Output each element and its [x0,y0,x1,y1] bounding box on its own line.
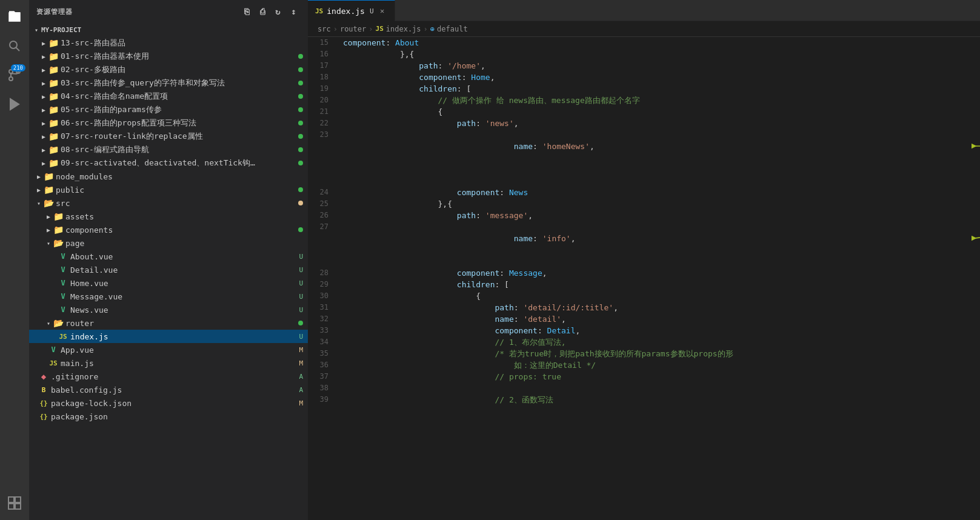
file-indexjs-label: index.js [70,332,299,341]
folder-05src-label: 05-src-路由的params传参 [61,104,298,115]
code-line-27: 27 name: 'info', [308,221,980,267]
folder-07src-badge [298,134,303,139]
line-num-17: 17 [308,60,338,72]
refresh-button[interactable]: ↻ [272,5,285,18]
vue-icon: V [58,252,68,261]
file-lockjson-status: M [299,399,303,407]
breadcrumb-src[interactable]: src [318,25,331,33]
folder-06src[interactable]: ▶ 📁 06-src-路由的props配置项三种写法 [29,116,308,130]
arrow-annotation-1 [901,129,980,167]
code-line-30: 30 { [308,290,980,302]
file-about[interactable]: V About.vue U [29,250,308,263]
breadcrumb-sep1: › [333,25,338,33]
file-news[interactable]: V News.vue U [29,303,308,316]
project-name: MY-PROJECT [41,26,308,34]
extensions-activity-icon[interactable] [0,491,29,520]
line-num-25: 25 [308,198,338,210]
folder-router-label: router [65,319,298,328]
tab-indexjs[interactable]: JS index.js U ✕ [308,0,395,21]
line-num-16: 16 [308,48,338,60]
folder-assets[interactable]: ▶ 📁 assets [29,210,308,223]
line-num-21: 21 [308,106,338,118]
folder-page[interactable]: ▾ 📂 page [29,236,308,250]
folder-src[interactable]: ▾ 📂 src [29,196,308,210]
folder-03src[interactable]: ▶ 📁 03-src-路由传参_query的字符串和对象写法 [29,76,308,90]
source-control-activity-icon[interactable]: 210 [0,61,29,90]
line-content-33: component: Detail, [338,325,980,336]
project-arrow: ▾ [32,25,41,35]
collapse-button[interactable]: ↕ [287,5,301,18]
line-content-16: },{ [338,48,980,60]
arrow-annotation-2 [901,221,980,259]
file-babel-status: A [299,386,303,394]
folder-02src[interactable]: ▶ 📁 02-src-多极路由 [29,63,308,76]
file-appvue[interactable]: V App.vue M [29,343,308,356]
folder-public-badge [298,187,303,192]
file-gitignore[interactable]: ◆ .gitignore A [29,370,308,383]
file-babel-label: babel.config.js [51,385,299,395]
search-activity-icon[interactable] [0,32,29,61]
code-line-33: 33 component: Detail, [308,325,980,336]
file-mainjs[interactable]: JS main.js M [29,356,308,370]
folder-08src-label: 08-src-编程式路由导航 [61,144,298,155]
folder-icon: 📁 [48,65,58,75]
folder-components[interactable]: ▶ 📁 components [29,223,308,236]
breadcrumb-symbol[interactable]: default [437,25,468,33]
folder-assets-label: assets [65,212,308,221]
folder-08src[interactable]: ▶ 📁 08-src-编程式路由导航 [29,143,308,156]
folder-09src[interactable]: ▶ 📁 09-src-activated、deactivated、nextTic… [29,156,308,170]
file-appvue-label: App.vue [61,345,299,355]
folder-icon: 📁 [48,145,58,155]
line-num-34: 34 [308,336,338,348]
folder-13src[interactable]: ▶ 📁 13-src-路由器品 [29,36,308,50]
file-gitignore-label: .gitignore [51,372,299,381]
line-num-28: 28 [308,267,338,279]
breadcrumb-router[interactable]: router [340,25,366,33]
code-editor[interactable]: 15 component: About 16 },{ 17 path: '/ho… [308,37,980,520]
breadcrumb-symbol-icon: ⊕ [430,25,435,33]
line-num-24: 24 [308,187,338,198]
code-line-28: 28 component: Message, [308,267,980,279]
line-content-36: 如：这里的Detail */ [338,359,980,371]
folder-icon: 📁 [48,38,58,48]
folder-public[interactable]: ▶ 📁 public [29,183,308,196]
folder-01src[interactable]: ▶ 📁 01-src-路由器基本使用 [29,50,308,63]
folder-src-icon: 📂 [44,198,53,208]
file-lockjson[interactable]: {} package-lock.json M [29,396,308,410]
code-line-38: 38 [308,382,980,394]
sidebar-title: 资源管理器 [36,7,73,16]
file-mainjs-label: main.js [61,359,299,368]
sidebar-header-actions: ⎘ ⎙ ↻ ↕ [240,5,301,18]
folder-04src[interactable]: ▶ 📁 04-src-路由命名name配置项 [29,90,308,103]
code-line-36: 36 如：这里的Detail */ [308,359,980,371]
line-content-21: { [338,106,980,118]
files-activity-icon[interactable] [0,2,29,32]
folder-router[interactable]: ▾ 📂 router [29,316,308,330]
file-indexjs[interactable]: JS index.js U [29,330,308,343]
project-root[interactable]: ▾ MY-PROJECT [29,23,308,36]
file-home[interactable]: V Home.vue U [29,276,308,290]
line-content-28: component: Message, [338,267,980,279]
line-content-23: name: 'homeNews', [338,129,980,187]
file-pkgjson[interactable]: {} package.json [29,410,308,423]
tab-indexjs-close[interactable]: ✕ [378,6,387,16]
folder-05src[interactable]: ▶ 📁 05-src-路由的params传参 [29,103,308,116]
code-line-23: 23 name: 'homeNews', [308,129,980,187]
folder-07src[interactable]: ▶ 📁 07-src-router-link的replace属性 [29,130,308,143]
new-file-button[interactable]: ⎘ [240,5,253,18]
file-babel[interactable]: B babel.config.js A [29,383,308,396]
tab-indexjs-modified: U [370,7,374,15]
line-content-29: children: [ [338,279,980,290]
editor-area: JS index.js U ✕ src › router › JS index.… [308,0,980,520]
vue-icon: V [48,345,58,355]
run-activity-icon[interactable] [0,90,29,119]
folder-components-badge [298,227,303,232]
file-message[interactable]: V Message.vue U [29,290,308,303]
new-folder-button[interactable]: ⎙ [256,5,269,18]
folder-nodemodules[interactable]: ▶ 📁 node_modules [29,170,308,183]
code-line-16: 16 },{ [308,48,980,60]
breadcrumb-filename[interactable]: index.js [386,25,421,33]
line-content-19: children: [ [338,83,980,95]
file-detail[interactable]: V Detail.vue U [29,263,308,276]
json-icon: {} [39,412,48,421]
